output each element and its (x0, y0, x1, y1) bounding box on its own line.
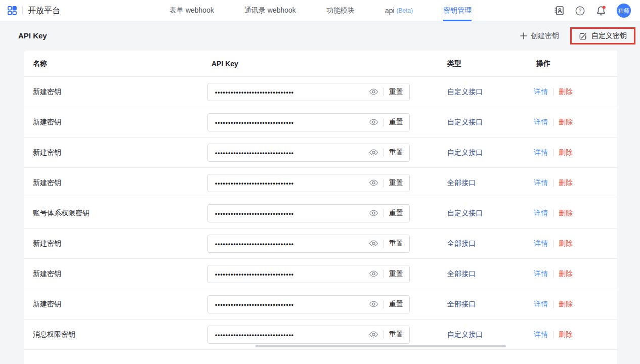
api-key-field[interactable]: •••••••••••••••••••••••••••••• 重置 (207, 235, 410, 253)
apps-grid-icon[interactable] (7, 6, 17, 16)
notification-bell-icon[interactable] (595, 5, 607, 16)
detail-link[interactable]: 详情 (534, 209, 548, 218)
horizontal-scrollbar-thumb[interactable] (255, 345, 506, 347)
reset-button[interactable]: 重置 (389, 239, 403, 248)
action-divider (553, 149, 553, 156)
masked-api-key: •••••••••••••••••••••••••••••• (215, 270, 369, 278)
row-actions: 详情 删除 (534, 269, 617, 279)
eye-icon[interactable] (369, 88, 378, 95)
detail-link[interactable]: 详情 (534, 148, 548, 157)
tab-form-webhook[interactable]: 表单 webhook (169, 0, 214, 21)
api-key-field[interactable]: •••••••••••••••••••••••••••••• 重置 (207, 83, 410, 101)
reset-button[interactable]: 重置 (389, 330, 403, 339)
eye-icon[interactable] (369, 149, 378, 156)
eye-icon[interactable] (369, 119, 378, 125)
masked-api-key: •••••••••••••••••••••••••••••• (215, 119, 369, 126)
tab-feature-modules[interactable]: 功能模块 (326, 0, 355, 21)
key-type: 全部接口 (447, 178, 534, 188)
row-actions: 详情 删除 (534, 209, 617, 218)
api-key-field[interactable]: •••••••••••••••••••••••••••••• 重置 (207, 144, 410, 162)
reset-button[interactable]: 重置 (389, 300, 403, 309)
eye-icon[interactable] (369, 301, 378, 307)
help-icon[interactable]: ? (575, 6, 585, 16)
delete-link[interactable]: 删除 (559, 87, 573, 97)
key-cell: •••••••••••••••••••••••••••••• 重置 (207, 83, 447, 101)
table-row: 新建密钥 •••••••••••••••••••••••••••••• 重置 自… (24, 107, 617, 138)
key-type: 全部接口 (447, 300, 534, 309)
masked-api-key: •••••••••••••••••••••••••••••• (215, 301, 369, 308)
api-key-field[interactable]: •••••••••••••••••••••••••••••• 重置 (207, 326, 410, 344)
key-type: 自定义接口 (447, 118, 534, 127)
key-name: 新建密钥 (24, 118, 207, 127)
create-key-button[interactable]: 创建密钥 (520, 31, 559, 40)
navbar-left: 开放平台 (7, 0, 60, 21)
table-row: 新建密钥 •••••••••••••••••••••••••••••• 重置 全… (24, 289, 617, 320)
header-actions: 创建密钥 自定义密钥 (520, 21, 635, 51)
reset-button[interactable]: 重置 (389, 269, 403, 279)
delete-link[interactable]: 删除 (559, 330, 573, 339)
detail-link[interactable]: 详情 (534, 300, 548, 309)
delete-link[interactable]: 删除 (559, 118, 573, 127)
api-key-field[interactable]: •••••••••••••••••••••••••••••• 重置 (207, 265, 410, 283)
action-divider (553, 119, 553, 126)
api-key-field[interactable]: •••••••••••••••••••••••••••••• 重置 (207, 295, 410, 313)
row-actions: 详情 删除 (534, 87, 617, 97)
masked-api-key: •••••••••••••••••••••••••••••• (215, 149, 369, 156)
key-cell: •••••••••••••••••••••••••••••• 重置 (207, 174, 447, 192)
custom-key-button[interactable]: 自定义密钥 (579, 31, 627, 40)
table-row: 新建密钥 •••••••••••••••••••••••••••••• 重置 全… (24, 229, 617, 259)
eye-icon[interactable] (369, 270, 378, 277)
eye-icon[interactable] (369, 179, 378, 186)
reset-button[interactable]: 重置 (389, 87, 403, 97)
top-navbar: 开放平台 表单 webhook 通讯录 webhook 功能模块 api (Be… (0, 0, 640, 21)
address-book-icon[interactable] (553, 5, 565, 16)
key-cell: •••••••••••••••••••••••••••••• 重置 (207, 204, 447, 222)
column-header-actions: 操作 (534, 59, 617, 68)
column-header-type: 类型 (447, 59, 534, 68)
beta-badge: (Beta) (397, 7, 413, 14)
delete-link[interactable]: 删除 (559, 148, 573, 157)
api-key-field[interactable]: •••••••••••••••••••••••••••••• 重置 (207, 174, 410, 192)
delete-link[interactable]: 删除 (559, 269, 573, 279)
api-key-table: 名称 API Key 类型 操作 新建密钥 ••••••••••••••••••… (24, 51, 617, 364)
tab-key-management[interactable]: 密钥管理 (443, 0, 472, 21)
detail-link[interactable]: 详情 (534, 239, 548, 248)
reset-button[interactable]: 重置 (389, 148, 403, 157)
detail-link[interactable]: 详情 (534, 178, 548, 188)
key-cell: •••••••••••••••••••••••••••••• 重置 (207, 295, 447, 313)
delete-link[interactable]: 删除 (559, 300, 573, 309)
column-header-api-key: API Key (207, 60, 447, 68)
eye-icon[interactable] (369, 210, 378, 216)
eye-icon[interactable] (369, 240, 378, 247)
table-row: 新建密钥 •••••••••••••••••••••••••••••• 重置 全… (24, 259, 617, 289)
tab-api[interactable]: api (Beta) (385, 0, 413, 21)
delete-link[interactable]: 删除 (559, 178, 573, 188)
api-key-field[interactable]: •••••••••••••••••••••••••••••• 重置 (207, 204, 410, 222)
delete-link[interactable]: 删除 (559, 239, 573, 248)
reset-button[interactable]: 重置 (389, 209, 403, 218)
key-name: 新建密钥 (24, 87, 207, 97)
page-header: API Key 创建密钥 自定义密钥 (0, 21, 640, 51)
table-row: 账号体系权限密钥 •••••••••••••••••••••••••••••• … (24, 198, 617, 229)
delete-link[interactable]: 删除 (559, 209, 573, 218)
detail-link[interactable]: 详情 (534, 269, 548, 279)
tab-label: 功能模块 (326, 6, 355, 15)
api-key-field[interactable]: •••••••••••••••••••••••••••••• 重置 (207, 113, 410, 131)
detail-link[interactable]: 详情 (534, 118, 548, 127)
reset-button[interactable]: 重置 (389, 118, 403, 127)
eye-icon[interactable] (369, 331, 378, 338)
tab-contacts-webhook[interactable]: 通讯录 webhook (244, 0, 296, 21)
reset-button[interactable]: 重置 (389, 178, 403, 188)
key-name: 新建密钥 (24, 269, 207, 279)
tab-label: 表单 webhook (169, 6, 214, 15)
action-divider (553, 179, 553, 187)
active-tab-indicator (443, 20, 472, 21)
user-avatar[interactable]: 程师 (617, 4, 631, 18)
tab-label: api (385, 7, 395, 15)
row-actions: 详情 删除 (534, 148, 617, 157)
logo-divider (22, 7, 23, 15)
create-key-label: 创建密钥 (531, 31, 559, 40)
key-cell: •••••••••••••••••••••••••••••• 重置 (207, 235, 447, 253)
detail-link[interactable]: 详情 (534, 330, 548, 339)
detail-link[interactable]: 详情 (534, 87, 548, 97)
